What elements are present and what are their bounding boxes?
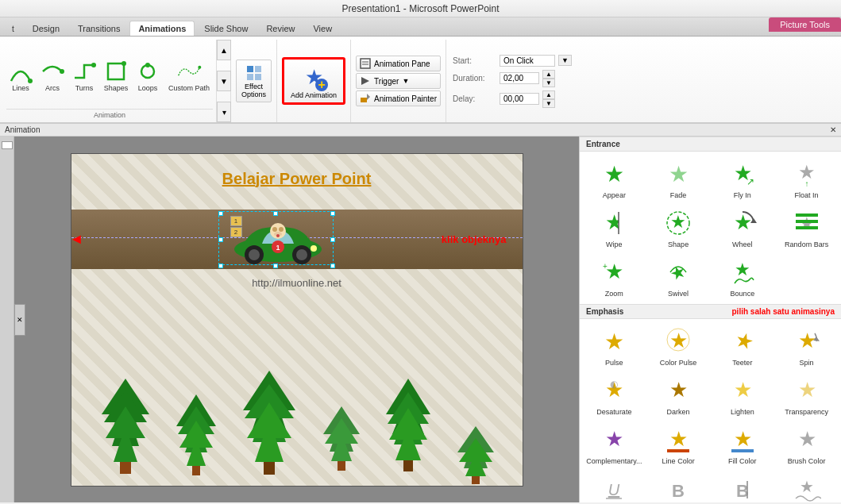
tab-slideshow[interactable]: Slide Show xyxy=(195,21,257,36)
anim-complementary[interactable]: ★ Complementary... xyxy=(583,421,646,468)
svg-rect-10 xyxy=(255,74,261,80)
motion-turns[interactable]: Turns xyxy=(70,57,98,94)
svg-point-27 xyxy=(311,245,317,252)
anim-color-pulse[interactable]: ★ Color Pulse xyxy=(647,322,710,370)
anim-shape[interactable]: ★ Shape xyxy=(647,204,710,252)
anim-appear[interactable]: ★ Appear xyxy=(583,155,646,202)
duration-up-btn[interactable]: ▲ xyxy=(542,70,555,79)
anim-lighten[interactable]: ★ Lighten xyxy=(712,371,774,419)
effect-options-label: EffectOptions xyxy=(241,83,266,98)
scroll-down-btn[interactable]: ▼ xyxy=(217,71,231,91)
animation-panel: Entrance ★ Appear ★ Fade ★ ↗ Fly In xyxy=(579,137,841,502)
delay-down-btn[interactable]: ▼ xyxy=(542,99,555,108)
scroll-more-btn[interactable]: ▾ xyxy=(217,102,231,122)
svg-text:↑: ↑ xyxy=(804,179,808,188)
anim-fade-entrance[interactable]: ★ Fade xyxy=(647,155,710,202)
car-svg: 1 xyxy=(226,214,330,265)
ribbon: Lines Arcs xyxy=(0,37,841,124)
motion-path-group: Lines Arcs xyxy=(3,40,217,122)
svg-text:★: ★ xyxy=(668,260,689,284)
section-close-icon[interactable]: ✕ xyxy=(830,125,836,134)
delay-up-btn[interactable]: ▲ xyxy=(542,90,555,99)
emphasis-section-header: Emphasis pilih salah satu animasinya xyxy=(580,304,841,319)
svg-rect-44 xyxy=(338,461,345,471)
svg-text:↗: ↗ xyxy=(746,176,754,187)
slide-banner: ◄ 1 2 xyxy=(71,210,523,269)
animation-painter-btn[interactable]: Animation Painter xyxy=(356,90,441,106)
anim-desaturate[interactable]: ★ ◐ Desaturate xyxy=(583,371,646,419)
svg-point-6 xyxy=(198,65,201,68)
anim-darken[interactable]: ★ Darken xyxy=(647,371,710,419)
motion-loops[interactable]: Loops xyxy=(133,57,162,94)
motion-custom-path[interactable]: Custom Path xyxy=(165,57,213,94)
svg-text:B: B xyxy=(672,481,685,501)
anim-fill-color[interactable]: ★ Fill Color xyxy=(712,421,774,468)
anim-wheel[interactable]: ★ Wheel xyxy=(712,204,774,252)
timing-start-row: Start: ▼ xyxy=(453,55,572,67)
motion-shapes[interactable]: Shapes xyxy=(102,57,130,94)
anim-spin[interactable]: ★ Spin xyxy=(775,322,838,370)
timing-group: Start: ▼ Duration: ▲ ▼ Delay: ▲ ▼ xyxy=(446,40,578,122)
timing-start-input[interactable] xyxy=(500,55,555,67)
duration-down-btn[interactable]: ▼ xyxy=(542,79,555,87)
svg-rect-48 xyxy=(403,460,413,471)
svg-point-1 xyxy=(60,69,64,74)
anim-bold-flash[interactable]: B Bold Flash xyxy=(647,470,710,502)
tab-design[interactable]: Design xyxy=(24,21,68,36)
anim-pulse[interactable]: ★ Pulse xyxy=(583,322,646,370)
anim-transparency[interactable]: ★ Transparency xyxy=(775,371,838,419)
tab-review[interactable]: Review xyxy=(257,21,303,36)
anim-swivel[interactable]: ★ Swivel xyxy=(647,253,710,301)
svg-point-22 xyxy=(276,234,280,237)
entrance-grid: ★ Appear ★ Fade ★ ↗ Fly In xyxy=(580,152,841,304)
effect-options-btn[interactable]: EffectOptions xyxy=(236,60,272,102)
animation-group-label: Animation xyxy=(6,109,213,121)
svg-text:★: ★ xyxy=(669,427,688,451)
timing-delay-input[interactable] xyxy=(500,93,539,105)
slide-url: http://ilmuonline.net xyxy=(71,277,523,289)
anim-zoom[interactable]: ★ + Zoom xyxy=(583,253,646,301)
svg-text:★: ★ xyxy=(669,378,688,402)
anim-fly-in[interactable]: ★ ↗ Fly In xyxy=(712,155,774,202)
motion-arcs[interactable]: Arcs xyxy=(38,57,67,94)
scroll-up-btn[interactable]: ▲ xyxy=(217,40,231,60)
anim-brush-color[interactable]: ★ Brush Color xyxy=(775,421,838,468)
timing-start-label: Start: xyxy=(453,56,496,65)
svg-text:★: ★ xyxy=(670,212,686,232)
anim-random-bars[interactable]: ★ Random Bars xyxy=(775,204,838,252)
svg-rect-64 xyxy=(796,214,818,217)
anim-line-color[interactable]: ★ Line Color xyxy=(647,421,710,468)
picture-tools-tab[interactable]: Picture Tools xyxy=(769,17,841,32)
panel-close-btn[interactable]: ✕ xyxy=(14,304,25,336)
svg-point-24 xyxy=(249,249,260,260)
slide-canvas-area: ✕ Belajar Power Point ◄ 1 2 xyxy=(14,137,579,502)
anim-bold-reveal[interactable]: B Bold Reveal xyxy=(712,470,774,502)
slide-thumbnail-1[interactable] xyxy=(2,141,13,149)
animation-pane-btn[interactable]: Animation Pane xyxy=(356,56,441,71)
tab-animations[interactable]: Animations xyxy=(129,21,195,36)
anim-wave[interactable]: ★ Wave xyxy=(775,470,838,502)
svg-rect-15 xyxy=(361,98,367,102)
trigger-btn[interactable]: Trigger ▼ xyxy=(356,73,441,89)
tab-view[interactable]: View xyxy=(304,21,341,36)
svg-rect-41 xyxy=(264,462,275,475)
animation-section-bar: Animation ✕ xyxy=(0,124,841,137)
tab-t[interactable]: t xyxy=(3,21,23,36)
motion-lines[interactable]: Lines xyxy=(6,57,35,94)
svg-rect-65 xyxy=(796,220,818,223)
anim-bounce[interactable]: ★ Bounce xyxy=(712,253,774,301)
svg-text:★: ★ xyxy=(605,260,623,283)
emphasis-grid: ★ Pulse ★ Color Pulse ★ xyxy=(580,319,841,502)
anim-float-in[interactable]: ★ ↑ Float In xyxy=(775,155,838,202)
anim-teeter[interactable]: ★ Teeter xyxy=(712,322,774,370)
tab-transitions[interactable]: Transitions xyxy=(69,21,129,36)
left-arrow: ◄ xyxy=(71,231,84,248)
add-animation-btn[interactable]: ★ + Add Animation xyxy=(282,57,345,105)
entrance-section-header: Entrance xyxy=(580,137,841,152)
timing-duration-input[interactable] xyxy=(500,72,539,84)
anim-wipe[interactable]: ★ Wipe xyxy=(583,204,646,252)
title-bar: Presentation1 - Microsoft PowerPoint xyxy=(0,0,841,17)
svg-text:★: ★ xyxy=(797,378,816,402)
anim-underline[interactable]: U Underline xyxy=(583,470,646,502)
slide-title: Belajar Power Point xyxy=(71,170,523,188)
